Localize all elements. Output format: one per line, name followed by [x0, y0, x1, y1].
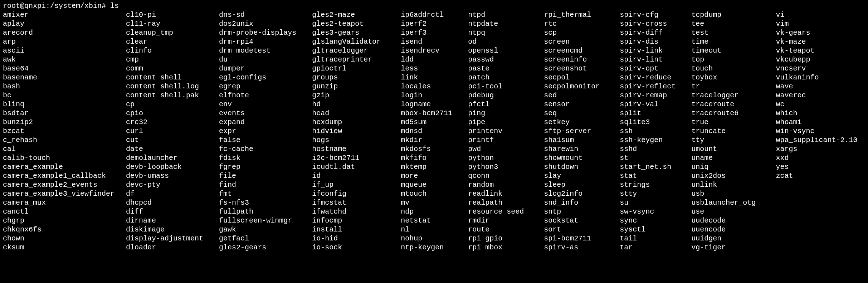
- file-entry: more: [401, 171, 461, 180]
- file-entry: arp: [3, 37, 119, 46]
- file-entry: iperf3: [401, 28, 461, 37]
- file-entry: vulkaninfo: [776, 73, 862, 82]
- file-entry: ldd: [401, 55, 461, 64]
- file-entry: ascii: [3, 46, 119, 55]
- file-entry: uudecode: [691, 216, 769, 225]
- file-entry: icudtl.dat: [312, 162, 394, 171]
- file-entry: ntpd: [468, 10, 537, 19]
- shell-prompt: root@qnxpi:/system/xbin#: [3, 1, 110, 10]
- file-entry: resource_seed: [468, 207, 537, 216]
- file-entry: camera_example3_viewfinder: [3, 189, 119, 198]
- file-entry: iperf2: [401, 19, 461, 28]
- file-entry: egrep: [219, 82, 305, 91]
- file-entry: st: [620, 153, 684, 162]
- file-entry: login: [401, 91, 461, 100]
- file-entry: drm_modetest: [219, 46, 305, 55]
- file-entry: sed: [544, 91, 613, 100]
- file-entry: sysctl: [620, 225, 684, 234]
- file-entry: seq: [544, 109, 613, 118]
- file-entry: bunzip2: [3, 118, 119, 127]
- file-entry: content_shell: [126, 73, 212, 82]
- file-entry: sync: [620, 216, 684, 225]
- file-entry: secpolmonitor: [544, 82, 613, 91]
- file-entry: fmt: [219, 189, 305, 198]
- file-entry: spirv-lint: [620, 55, 684, 64]
- file-entry: isend: [401, 37, 461, 46]
- file-entry: sntp: [544, 207, 613, 216]
- file-entry: setkey: [544, 118, 613, 127]
- file-entry: camera_example: [3, 162, 119, 171]
- file-entry: ifwatchd: [312, 207, 394, 216]
- file-entry: od: [468, 37, 537, 46]
- file-entry: ssh: [620, 127, 684, 136]
- file-entry: sqlite3: [620, 118, 684, 127]
- file-entry: wpa_supplicant-2.10: [776, 136, 862, 145]
- file-entry: time: [691, 37, 769, 46]
- file-entry: cal: [3, 145, 119, 153]
- file-entry: cleanup_tmp: [126, 28, 212, 37]
- file-entry: umount: [691, 145, 769, 153]
- file-entry: touch: [691, 64, 769, 73]
- file-entry: camera_mux: [3, 198, 119, 207]
- file-entry: ntpdate: [468, 19, 537, 28]
- file-entry: showmount: [544, 153, 613, 162]
- file-entry: blinq: [3, 100, 119, 109]
- file-entry: sort: [544, 225, 613, 234]
- file-entry: vim: [776, 19, 862, 28]
- file-entry: sensor: [544, 100, 613, 109]
- file-entry: bc: [3, 91, 119, 100]
- file-entry: yes: [776, 162, 862, 171]
- file-entry: base64: [3, 64, 119, 73]
- file-entry: ip6addrctl: [401, 10, 461, 19]
- file-entry: route: [468, 225, 537, 234]
- file-entry: tty: [691, 136, 769, 145]
- file-entry: mkdosfs: [401, 145, 461, 153]
- file-entry: screen: [544, 37, 613, 46]
- file-entry: infocmp: [312, 216, 394, 225]
- file-entry: mtouch: [401, 189, 461, 198]
- file-entry: tr: [691, 82, 769, 91]
- file-entry: drm-rpi4: [219, 37, 305, 46]
- file-entry: uname: [691, 153, 769, 162]
- file-entry: gltracelogger: [312, 46, 394, 55]
- file-entry: dos2unix: [219, 19, 305, 28]
- file-entry: getfacl: [219, 234, 305, 243]
- file-entry: printf: [468, 136, 537, 145]
- file-entry: readlink: [468, 189, 537, 198]
- file-entry: rpi_thermal: [544, 10, 613, 19]
- file-entry: isendrecv: [401, 46, 461, 55]
- file-entry: devb-loopback: [126, 162, 212, 171]
- file-entry: expand: [219, 118, 305, 127]
- file-entry: uniq: [691, 162, 769, 171]
- file-entry: use: [691, 207, 769, 216]
- file-entry: wc: [776, 100, 862, 109]
- file-entry: nohup: [401, 234, 461, 243]
- file-entry: usb: [691, 189, 769, 198]
- file-entry: vk-gears: [776, 28, 862, 37]
- file-entry: chgrp: [3, 216, 119, 225]
- file-entry: paste: [468, 64, 537, 73]
- file-entry: spirv-link: [620, 46, 684, 55]
- file-entry: dirname: [126, 216, 212, 225]
- file-entry: chown: [3, 234, 119, 243]
- file-entry: link: [401, 73, 461, 82]
- file-entry: hidview: [312, 127, 394, 136]
- file-entry: vg-tiger: [691, 243, 769, 252]
- file-entry: mbox-bcm2711: [401, 109, 461, 118]
- file-entry: clear: [126, 37, 212, 46]
- file-entry: arecord: [3, 28, 119, 37]
- file-entry: aplay: [3, 19, 119, 28]
- file-entry: top: [691, 55, 769, 64]
- file-entry: qconn: [468, 171, 537, 180]
- file-entry: sshd: [620, 145, 684, 153]
- file-entry: ifmcstat: [312, 198, 394, 207]
- file-entry: if_up: [312, 180, 394, 189]
- file-entry: gles2-maze: [312, 10, 394, 19]
- file-entry: sharewin: [544, 145, 613, 153]
- file-entry: vk-maze: [776, 37, 862, 46]
- file-entry: cmp: [126, 55, 212, 64]
- file-entry: content_shell.log: [126, 82, 212, 91]
- file-entry: env: [219, 100, 305, 109]
- file-entry: logname: [401, 100, 461, 109]
- file-entry: ntp-keygen: [401, 243, 461, 252]
